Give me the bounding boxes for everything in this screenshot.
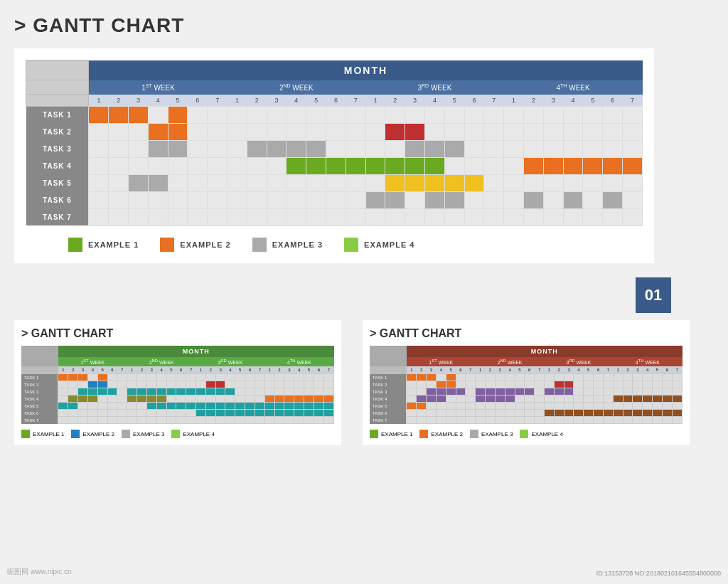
- legend-label-3: EXAMPLE 3: [272, 240, 323, 249]
- task-row-4: TASK 4: [26, 157, 643, 174]
- id-tag: ID:13153728 NO:201802101645554800000: [596, 570, 721, 577]
- legend-color-3: [252, 238, 267, 252]
- task-row-6: TASK 6: [26, 191, 643, 208]
- main-gantt-chart: MONTH 1ST WEEK 2ND WEEK 3RD WEEK 4TH WEE…: [14, 48, 654, 263]
- small-left-task2: TASK 2: [21, 381, 334, 388]
- month-header: MONTH: [89, 60, 643, 80]
- small-left-task7: TASK 7: [21, 417, 334, 424]
- small-right-task4: TASK 4: [370, 395, 682, 403]
- legend-color-4: [344, 238, 358, 252]
- legend-color-2: [160, 238, 174, 252]
- bottom-right-title: > GANTT CHART: [370, 327, 682, 340]
- small-right-task6: TASK 6: [370, 410, 682, 417]
- small-right-task2: TASK 2: [370, 381, 682, 388]
- legend-label-2: EXAMPLE 2: [180, 240, 230, 249]
- badge-01: 01: [636, 277, 671, 313]
- small-right-task7: TASK 7: [370, 417, 682, 424]
- small-right-task5: TASK 5: [370, 403, 682, 410]
- week1-header: 1ST WEEK: [89, 80, 228, 95]
- legend-item-2: EXAMPLE 2: [160, 238, 230, 252]
- small-left-task6: TASK 6: [21, 410, 334, 417]
- small-left-task3: TASK 3: [21, 388, 334, 395]
- task-row-5: TASK 5: [26, 174, 643, 191]
- small-left-task4: TASK 4: [21, 395, 334, 403]
- week4-header: 4TH WEEK: [504, 80, 643, 95]
- week3-header: 3RD WEEK: [365, 80, 504, 95]
- legend-color-1: [68, 238, 82, 252]
- legend-item-4: EXAMPLE 4: [344, 238, 414, 252]
- bottom-left-title: > GANTT CHART: [21, 327, 334, 340]
- week2-header: 2ND WEEK: [228, 80, 366, 95]
- page-title: > GANTT CHART: [14, 14, 714, 37]
- bottom-right-chart: > GANTT CHART MONTH 1ST WEEK 2ND WEEK 3R…: [363, 320, 690, 445]
- watermark: 昵图网 www.nipic.cn: [7, 567, 72, 577]
- task-row-1: TASK 1: [26, 106, 643, 123]
- small-right-task3: TASK 3: [370, 388, 682, 395]
- small-right-task1: TASK 1: [370, 374, 682, 381]
- legend-item-3: EXAMPLE 3: [252, 238, 323, 252]
- task-row-2: TASK 2: [26, 123, 643, 140]
- legend-label-4: EXAMPLE 4: [364, 240, 414, 249]
- legend: EXAMPLE 1 EXAMPLE 2 EXAMPLE 3 EXAMPLE 4: [26, 238, 643, 252]
- bottom-left-chart: > GANTT CHART MONTH 1ST WEEK 2ND WEEK 3R…: [14, 320, 341, 445]
- task-row-3: TASK 3: [26, 140, 643, 157]
- bottom-section: > GANTT CHART MONTH 1ST WEEK 2ND WEEK 3R…: [14, 320, 714, 445]
- task-row-7: TASK 7: [26, 208, 643, 225]
- legend-label-1: EXAMPLE 1: [88, 240, 139, 249]
- small-left-task5: TASK 5: [21, 403, 334, 410]
- legend-item-1: EXAMPLE 1: [68, 238, 139, 252]
- small-left-month: MONTH: [58, 346, 334, 357]
- small-right-month: MONTH: [407, 346, 682, 357]
- small-left-task1: TASK 1: [21, 374, 334, 381]
